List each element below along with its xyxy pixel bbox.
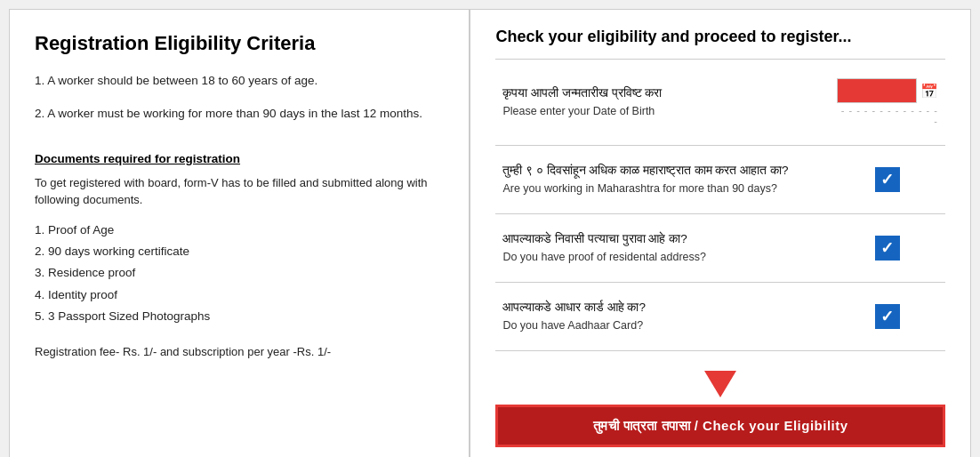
red-arrow-icon [703,367,738,397]
calendar-icon[interactable]: 📅 [920,83,938,100]
criteria-block: 1. A worker should be between 18 to 60 y… [35,71,444,124]
docs-heading: Documents required for registration [35,152,444,165]
english-label: Are you working in Maharashtra for more … [502,181,823,197]
docs-list: 1. Proof of Age 2. 90 days working certi… [35,220,444,327]
main-container: Registration Eligibility Criteria 1. A w… [9,9,971,457]
list-item: 4. Identity proof [35,285,444,306]
check-eligibility-button[interactable]: तुमची पात्रता तपासा / Check your Eligibi… [495,405,945,447]
table-row: तुम्ही ९ ० दिवसांहून अधिक काळ महाराष्ट्र… [495,146,945,214]
english-label: Please enter your Date of Birth [502,104,823,120]
table-row: कृपया आपली जन्मतारीख प्रविष्ट करा Please… [495,60,945,146]
table-row: आपल्याकडे आधार कार्ड आहे का? Do you have… [495,283,945,351]
right-panel: Check your eligibility and proceed to re… [470,10,970,457]
eligibility-form: कृपया आपली जन्मतारीख प्रविष्ट करा Please… [495,59,945,351]
checkbox-cell [830,214,945,283]
marathi-label: आपल्याकडे आधार कार्ड आहे का? [502,300,823,317]
english-label: Do you have Aadhaar Card? [502,318,823,334]
dob-color-box[interactable] [837,78,917,103]
list-item: 3. Residence proof [35,262,444,284]
dob-input-cell: 📅 - - - - - - - - - - - - - - [830,60,945,146]
checkbox-90days[interactable] [875,167,900,192]
question-cell: तुम्ही ९ ० दिवसांहून अधिक काळ महाराष्ट्र… [495,146,830,214]
marathi-label: आपल्याकडे निवासी पत्याचा पुरावा आहे का? [502,231,823,248]
checkbox-aadhaar[interactable] [875,304,900,329]
marathi-label: तुम्ही ९ ० दिवसांहून अधिक काळ महाराष्ट्र… [502,163,823,180]
criteria-line-1: 1. A worker should be between 18 to 60 y… [35,71,444,91]
question-cell: आपल्याकडे निवासी पत्याचा पुरावा आहे का? … [495,214,830,283]
page-title: Registration Eligibility Criteria [35,31,444,57]
left-panel: Registration Eligibility Criteria 1. A w… [10,10,470,457]
dob-wrapper: 📅 [837,78,938,103]
checkbox-residence[interactable] [875,236,900,261]
dob-placeholder: - - - - - - - - - - - - - - [837,105,938,126]
question-cell: कृपया आपली जन्मतारीख प्रविष्ट करा Please… [495,60,830,146]
table-row: आपल्याकडे निवासी पत्याचा पुरावा आहे का? … [495,214,945,283]
docs-intro: To get registered with board, form-V has… [35,174,444,209]
english-label: Do you have proof of residental address? [502,250,823,266]
checkbox-cell [830,283,945,351]
fee-text: Registration fee- Rs. 1/- and subscripti… [35,345,444,358]
right-panel-title: Check your eligibility and proceed to re… [495,28,945,46]
list-item: 1. Proof of Age [35,220,444,241]
button-area: तुमची पात्रता तपासा / Check your Eligibi… [495,367,945,447]
checkbox-cell [830,146,945,214]
list-item: 5. 3 Passport Sized Photographs [35,306,444,327]
arrow-wrapper [495,367,945,401]
list-item: 2. 90 days working certificate [35,241,444,262]
question-cell: आपल्याकडे आधार कार्ड आहे का? Do you have… [495,283,830,351]
svg-marker-0 [704,371,736,397]
criteria-line-2: 2. A worker must be working for more tha… [35,104,444,124]
marathi-label: कृपया आपली जन्मतारीख प्रविष्ट करा [502,85,823,102]
